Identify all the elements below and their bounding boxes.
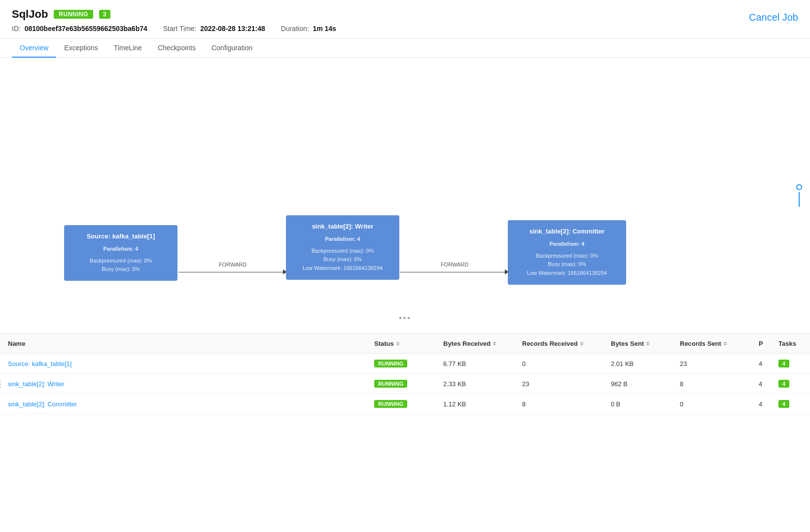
node-committer-title: sink_table[2]: Committer bbox=[516, 227, 618, 236]
scroll-circle bbox=[796, 184, 802, 190]
row-1-bytes-received: 6.77 KB bbox=[435, 354, 514, 373]
node-source-parallelism: Parallelism: 4 bbox=[72, 245, 170, 254]
row-3-parallelism: 4 bbox=[751, 394, 771, 414]
app-title: SqlJob bbox=[12, 8, 48, 21]
node-committer-detail3: Low Watermark: 1661664138294 bbox=[516, 269, 618, 278]
sort-bytes-sent-icon bbox=[646, 341, 650, 346]
node-writer-detail2: Busy (max): 6% bbox=[294, 255, 391, 264]
node-committer-detail1: Backpressured (max): 0% bbox=[516, 252, 618, 261]
tab-exceptions[interactable]: Exceptions bbox=[56, 39, 106, 58]
col-header-tasks: Tasks bbox=[771, 334, 810, 353]
node-writer-detail1: Backpressured (max): 0% bbox=[294, 247, 391, 256]
arrow-1-label: FORWARD bbox=[219, 262, 247, 267]
row-2-task-badge: 4 bbox=[778, 380, 789, 388]
start-value: 2022-08-28 13:21:48 bbox=[200, 25, 265, 33]
table-row: sink_table[2]: Committer RUNNING 1.12 KB… bbox=[0, 394, 810, 414]
row-1-tasks: 4 bbox=[771, 354, 810, 373]
node-source-detail2: Busy (max): 0% bbox=[72, 265, 170, 274]
cancel-button[interactable]: Cancel Job bbox=[749, 8, 798, 27]
header-left: SqlJob RUNNING 3 ID: 08100beef37e63b5655… bbox=[12, 8, 749, 38]
row-1-parallelism: 4 bbox=[751, 354, 771, 373]
node-writer-parallelism: Parallelism: 4 bbox=[294, 235, 391, 244]
arrow-2: FORWARD bbox=[400, 269, 509, 274]
id-label: ID: bbox=[12, 25, 21, 33]
node-writer-detail3: Low Watermark: 1661664138294 bbox=[294, 264, 391, 273]
row-3-tasks: 4 bbox=[771, 394, 810, 414]
tab-timeline[interactable]: TimeLine bbox=[106, 39, 150, 58]
running-badge: RUNNING bbox=[54, 10, 93, 19]
scroll-line bbox=[799, 192, 800, 207]
tabs-bar: Overview Exceptions TimeLine Checkpoints… bbox=[0, 39, 810, 58]
col-header-records-sent[interactable]: Records Sent bbox=[672, 334, 751, 353]
row-1-name[interactable]: Source: kafka_table[1] bbox=[0, 354, 366, 373]
col-header-records-received[interactable]: Records Received bbox=[514, 334, 603, 353]
arrow-2-label: FORWARD bbox=[441, 262, 468, 267]
col-header-name: Name bbox=[0, 334, 366, 353]
row-3-bytes-received: 1.12 KB bbox=[435, 394, 514, 414]
row-1-task-badge: 4 bbox=[778, 360, 789, 367]
node-writer-title: sink_table[2]: Writer bbox=[294, 222, 391, 231]
header: SqlJob RUNNING 3 ID: 08100beef37e63b5655… bbox=[0, 0, 810, 39]
flow-diagram: Source: kafka_table[1] Parallelism: 4 Ba… bbox=[0, 58, 810, 333]
row-3-name[interactable]: sink_table[2]: Committer bbox=[0, 394, 366, 414]
id-section: ID: 08100beef37e63b56559662503ba6b74 bbox=[12, 25, 147, 33]
node-writer[interactable]: sink_table[2]: Writer Parallelism: 4 Bac… bbox=[286, 215, 399, 280]
table-row: Source: kafka_table[1] RUNNING 6.77 KB 0… bbox=[0, 354, 810, 374]
tab-configuration[interactable]: Configuration bbox=[204, 39, 260, 58]
data-table: Name Status Bytes Received Records Recei… bbox=[0, 333, 810, 414]
arrow-1: FORWARD bbox=[178, 269, 287, 274]
row-3-records-received: 8 bbox=[514, 394, 603, 414]
table-header: Name Status Bytes Received Records Recei… bbox=[0, 334, 810, 354]
table-row: sink_table[2]: Writer ⋮ RUNNING 2.33 KB … bbox=[0, 374, 810, 394]
node-committer[interactable]: sink_table[2]: Committer Parallelism: 4 … bbox=[508, 220, 626, 285]
node-source-detail1: Backpressured (max): 0% bbox=[72, 257, 170, 266]
duration-section: Duration: 1m 14s bbox=[281, 25, 336, 33]
duration-label: Duration: bbox=[281, 25, 309, 33]
sort-status-icon bbox=[396, 341, 400, 346]
start-label: Start Time: bbox=[163, 25, 197, 33]
row-2-parallelism: 4 bbox=[751, 374, 771, 394]
node-committer-detail2: Busy (max): 0% bbox=[516, 260, 618, 269]
id-value: 08100beef37e63b56559662503ba6b74 bbox=[25, 25, 147, 33]
col-header-bytes-sent[interactable]: Bytes Sent bbox=[603, 334, 672, 353]
row-2-tasks: 4 bbox=[771, 374, 810, 394]
sort-records-received-icon bbox=[580, 341, 584, 346]
row-2-bytes-received: 2.33 KB bbox=[435, 374, 514, 394]
col-header-parallelism: P bbox=[751, 334, 771, 353]
drag-handle-dots[interactable]: ••• bbox=[399, 313, 411, 324]
node-committer-parallelism: Parallelism: 4 bbox=[516, 240, 618, 249]
row-3-status-badge: RUNNING bbox=[374, 400, 407, 408]
duration-value: 1m 14s bbox=[313, 25, 336, 33]
row-1-records-sent: 23 bbox=[672, 354, 751, 373]
meta-row: ID: 08100beef37e63b56559662503ba6b74 Sta… bbox=[12, 25, 749, 33]
row-2-bytes-sent: 962 B bbox=[603, 374, 672, 394]
start-section: Start Time: 2022-08-28 13:21:48 bbox=[163, 25, 265, 33]
row-3-status: RUNNING bbox=[366, 394, 435, 414]
row-2-status-badge: RUNNING bbox=[374, 380, 407, 388]
row-2-status: RUNNING bbox=[366, 374, 435, 394]
row-1-bytes-sent: 2.01 KB bbox=[603, 354, 672, 373]
sort-bytes-received-icon bbox=[493, 341, 496, 346]
row-3-bytes-sent: 0 B bbox=[603, 394, 672, 414]
row-2-name[interactable]: sink_table[2]: Writer ⋮ bbox=[0, 374, 366, 394]
row-1-status: RUNNING bbox=[366, 354, 435, 373]
row-2-records-sent: 8 bbox=[672, 374, 751, 394]
sort-records-sent-icon bbox=[723, 341, 727, 346]
scroll-handle[interactable] bbox=[796, 184, 802, 207]
col-header-bytes-received[interactable]: Bytes Received bbox=[435, 334, 514, 353]
node-source[interactable]: Source: kafka_table[1] Parallelism: 4 Ba… bbox=[64, 225, 177, 281]
row-2-records-received: 23 bbox=[514, 374, 603, 394]
tab-checkpoints[interactable]: Checkpoints bbox=[150, 39, 204, 58]
row-1-status-badge: RUNNING bbox=[374, 360, 407, 367]
title-row: SqlJob RUNNING 3 bbox=[12, 8, 749, 21]
count-badge: 3 bbox=[99, 10, 110, 19]
col-header-status[interactable]: Status bbox=[366, 334, 435, 353]
row-3-records-sent: 0 bbox=[672, 394, 751, 414]
node-source-title: Source: kafka_table[1] bbox=[72, 232, 170, 241]
row-3-task-badge: 4 bbox=[778, 400, 789, 408]
row-1-records-received: 0 bbox=[514, 354, 603, 373]
tab-overview[interactable]: Overview bbox=[12, 39, 56, 58]
